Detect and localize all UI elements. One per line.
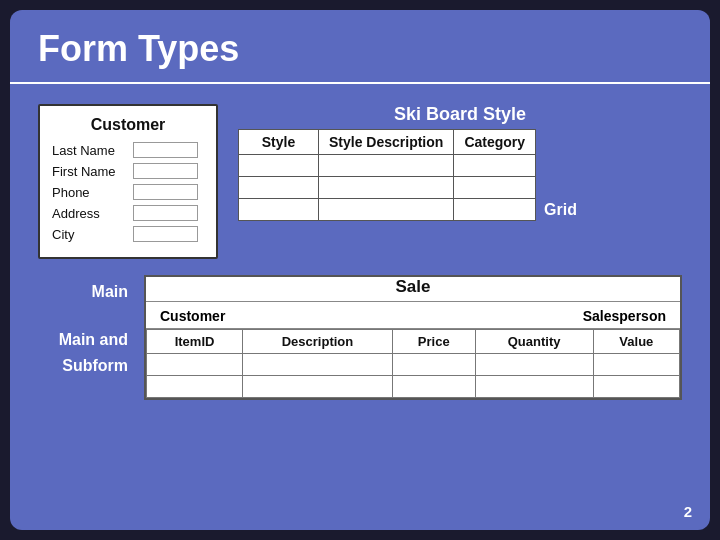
main-label: Main [92, 283, 128, 301]
sale-customer-label: Customer [160, 308, 225, 324]
col-quantity: Quantity [475, 330, 593, 354]
last-name-label: Last Name [52, 143, 127, 158]
ski-board-col-style: Style [239, 130, 319, 155]
first-name-input[interactable] [133, 163, 198, 179]
ski-board-col-description: Style Description [319, 130, 454, 155]
sale-subform-table: ItemID Description Price Quantity Value [146, 329, 680, 398]
table-row [239, 155, 536, 177]
address-input[interactable] [133, 205, 198, 221]
form-field-row: Address [52, 205, 204, 221]
table-row [147, 354, 680, 376]
ski-board-section-label: Ski Board Style [394, 104, 526, 124]
form-field-row: Last Name [52, 142, 204, 158]
sale-customer-salesperson-row: Customer Salesperson [146, 304, 680, 329]
ski-board-table: Style Style Description Category [238, 129, 536, 221]
sale-salesperson-label: Salesperson [583, 308, 666, 324]
last-name-input[interactable] [133, 142, 198, 158]
phone-input[interactable] [133, 184, 198, 200]
sale-section: Main Main and Subform Sale Customer Sale… [38, 275, 682, 400]
sale-title: Sale [146, 277, 680, 302]
customer-title: Customer [52, 116, 204, 134]
col-price: Price [392, 330, 475, 354]
ski-board-row: Customer Last Name First Name Phone [38, 104, 682, 259]
address-label: Address [52, 206, 127, 221]
subform-label: Subform [62, 357, 128, 375]
table-row [239, 177, 536, 199]
customer-form: Customer Last Name First Name Phone [38, 104, 218, 259]
city-label: City [52, 227, 127, 242]
col-description: Description [243, 330, 393, 354]
ski-board-col-category: Category [454, 130, 536, 155]
sale-form: Sale Customer Salesperson ItemID Descrip… [144, 275, 682, 400]
slide: Form Types Customer Last Name First Name [10, 10, 710, 530]
grid-label: Grid [544, 201, 577, 219]
form-field-row: City [52, 226, 204, 242]
table-row [239, 199, 536, 221]
col-itemid: ItemID [147, 330, 243, 354]
slide-title: Form Types [10, 10, 710, 84]
phone-label: Phone [52, 185, 127, 200]
main-and-label: Main and [59, 331, 128, 349]
col-value: Value [593, 330, 679, 354]
form-field-row: Phone [52, 184, 204, 200]
city-input[interactable] [133, 226, 198, 242]
first-name-label: First Name [52, 164, 127, 179]
slide-content: Customer Last Name First Name Phone [10, 84, 710, 420]
form-field-row: First Name [52, 163, 204, 179]
table-row [147, 376, 680, 398]
page-number: 2 [684, 503, 692, 520]
